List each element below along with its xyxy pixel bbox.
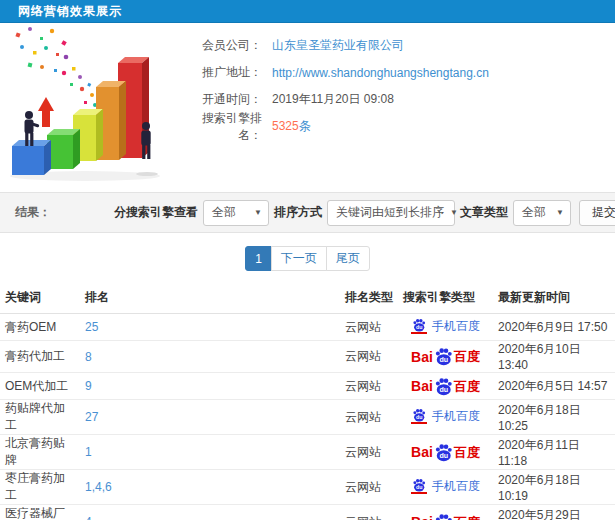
table-row: 药贴牌代加工27云网站Bai手机百度手机百度2020年6月18日 10:25 (0, 400, 615, 435)
baidu-paw-icon (411, 408, 427, 424)
keyword-cell: 膏药OEM (0, 314, 80, 341)
baidu-paw-icon (434, 443, 453, 462)
engine-cell: Bai百度百度 (398, 505, 493, 520)
rank-type-cell: 云网站 (340, 470, 398, 505)
growth-chart-image (0, 23, 185, 192)
company-label: 会员公司： (185, 37, 262, 54)
rank-type-cell: 云网站 (340, 341, 398, 373)
sort-filter-label: 排序方式 (274, 204, 322, 221)
promo-url-label: 推广地址： (185, 64, 262, 81)
table-row: 枣庄膏药加工1,4,6云网站Bai手机百度手机百度2020年6月18日 10:1… (0, 470, 615, 505)
chevron-down-icon: ▼ (556, 208, 564, 217)
filter-bar: 结果： 分搜索引擎查看 全部 ▼ 排序方式 关键词由短到长排序 ▼ 文章类型 全… (0, 192, 615, 233)
keyword-cell: 医疗器械厂家 (0, 505, 80, 520)
rank-link[interactable]: 1,4,6 (85, 480, 112, 494)
mobile-baidu-icon: 手机百度 (411, 478, 480, 494)
rank-type-cell: 云网站 (340, 505, 398, 520)
table-row: 膏药OEM25云网站Bai手机百度手机百度2020年6月9日 17:50 (0, 314, 615, 341)
baidu-paw-icon (411, 478, 427, 494)
engine-filter-label: 分搜索引擎查看 (114, 204, 198, 221)
promo-url-link[interactable]: http://www.shandonghuangshengtang.cn (272, 66, 489, 80)
updated-cell: 2020年6月10日 13:40 (493, 341, 615, 373)
member-info-panel: 会员公司： 山东皇圣堂药业有限公司 推广地址： http://www.shand… (185, 23, 615, 192)
rank-type-cell: 云网站 (340, 373, 398, 400)
engine-cell: Bai手机百度手机百度 (398, 400, 493, 435)
rank-cell: 27 (80, 400, 340, 435)
rank-link[interactable]: 25 (85, 320, 98, 334)
info-row-rank-count: 搜索引擎排名： 5325条 (185, 113, 615, 140)
engine-cell: Bai百度百度 (398, 341, 493, 373)
up-arrow-icon (38, 97, 54, 127)
rank-count-label: 搜索引擎排名： (185, 110, 262, 144)
page-1-button[interactable]: 1 (245, 246, 272, 271)
result-label: 结果： (15, 204, 51, 221)
submit-button[interactable]: 提交 (579, 200, 615, 226)
sort-select[interactable]: 关键词由短到长排序 ▼ (327, 200, 455, 226)
header-keyword: 关键词 (0, 283, 80, 314)
rank-link[interactable]: 1 (85, 445, 92, 459)
info-row-url: 推广地址： http://www.shandonghuangshengtang.… (185, 59, 615, 86)
table-row: 医疗器械厂家4云网站Bai百度百度2020年5月29日 10:32 (0, 505, 615, 520)
engine-cell: Bai百度百度 (398, 435, 493, 470)
engine-select[interactable]: 全部 ▼ (203, 200, 269, 226)
article-type-select-value: 全部 (522, 204, 546, 221)
engine-cell: Bai手机百度手机百度 (398, 470, 493, 505)
rank-count-unit: 条 (299, 119, 311, 133)
header-updated: 最新更新时间 (493, 283, 615, 314)
rank-link[interactable]: 8 (85, 350, 92, 364)
header-rank-type: 排名类型 (340, 283, 398, 314)
rank-link[interactable]: 27 (85, 410, 98, 424)
info-row-company: 会员公司： 山东皇圣堂药业有限公司 (185, 32, 615, 59)
updated-cell: 2020年6月9日 17:50 (493, 314, 615, 341)
updated-cell: 2020年6月5日 14:57 (493, 373, 615, 400)
rank-count-value: 5325条 (272, 118, 311, 135)
rank-type-cell: 云网站 (340, 400, 398, 435)
rank-type-cell: 云网站 (340, 314, 398, 341)
updated-cell: 2020年6月11日 11:18 (493, 435, 615, 470)
table-row: 北京膏药贴牌1云网站Bai百度百度2020年6月11日 11:18 (0, 435, 615, 470)
baidu-paw-icon (434, 513, 453, 520)
rank-count-number: 5325 (272, 119, 299, 133)
chevron-down-icon: ▼ (450, 208, 458, 217)
baidu-logo-icon: Bai百度 (411, 513, 480, 520)
header-engine-type: 搜索引擎类型 (398, 283, 493, 314)
bar-green (47, 129, 80, 169)
article-type-label: 文章类型 (460, 204, 508, 221)
next-page-button[interactable]: 下一页 (271, 246, 327, 271)
company-link[interactable]: 山东皇圣堂药业有限公司 (272, 37, 404, 54)
mobile-baidu-icon: 手机百度 (411, 408, 480, 424)
table-header-row: 关键词 排名 排名类型 搜索引擎类型 最新更新时间 (0, 283, 615, 314)
sort-select-value: 关键词由短到长排序 (336, 204, 444, 221)
baidu-logo-icon: Bai百度 (411, 443, 480, 462)
last-page-button[interactable]: 尾页 (326, 246, 370, 271)
keyword-cell: 药贴牌代加工 (0, 400, 80, 435)
rank-link[interactable]: 9 (85, 379, 92, 393)
keyword-cell: 北京膏药贴牌 (0, 435, 80, 470)
top-section: 会员公司： 山东皇圣堂药业有限公司 推广地址： http://www.shand… (0, 23, 615, 192)
updated-cell: 2020年5月29日 10:32 (493, 505, 615, 520)
engine-select-value: 全部 (212, 204, 236, 221)
page-title: 网络营销效果展示 (0, 3, 122, 20)
keyword-cell: 膏药代加工 (0, 341, 80, 373)
rank-cell: 9 (80, 373, 340, 400)
header-rank: 排名 (80, 283, 340, 314)
rank-link[interactable]: 4 (85, 515, 92, 520)
keyword-ranking-table: 关键词 排名 排名类型 搜索引擎类型 最新更新时间 膏药OEM25云网站Bai手… (0, 283, 615, 520)
mobile-baidu-icon: 手机百度 (411, 318, 480, 334)
rank-cell: 1,4,6 (80, 470, 340, 505)
marketing-report-page: 网络营销效果展示 (0, 0, 615, 520)
baidu-logo-icon: Bai百度 (411, 347, 480, 366)
baidu-paw-icon (434, 377, 453, 396)
rank-type-cell: 云网站 (340, 435, 398, 470)
bar-chart-illustration (0, 23, 185, 192)
article-type-select[interactable]: 全部 ▼ (513, 200, 571, 226)
rank-cell: 8 (80, 341, 340, 373)
confetti-dots (15, 27, 106, 111)
baidu-paw-icon (434, 347, 453, 366)
filter-controls: 分搜索引擎查看 全部 ▼ 排序方式 关键词由短到长排序 ▼ 文章类型 全部 ▼ … (109, 200, 615, 226)
chevron-down-icon: ▼ (254, 208, 262, 217)
keyword-cell: OEM代加工 (0, 373, 80, 400)
open-time-value: 2019年11月20日 09:08 (272, 91, 394, 108)
table-row: OEM代加工9云网站Bai百度百度2020年6月5日 14:57 (0, 373, 615, 400)
title-bar: 网络营销效果展示 (0, 0, 615, 23)
